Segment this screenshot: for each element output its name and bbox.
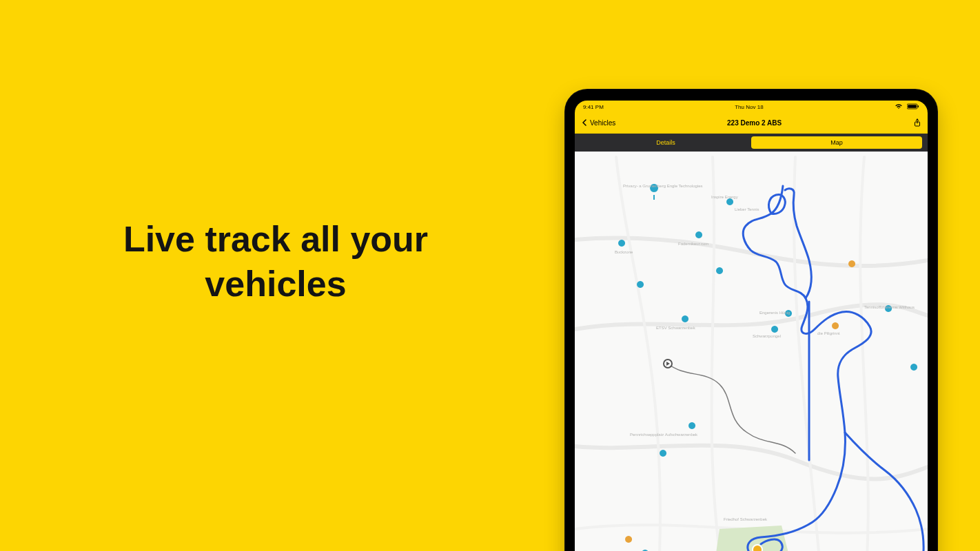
svg-rect-4	[575, 157, 928, 551]
svg-text:Inspire Energy: Inspire Energy	[711, 195, 738, 199]
svg-text:Fademikeur.com: Fademikeur.com	[678, 242, 708, 246]
tablet-device-frame: 9:41 PM Thu Nov 18 Vehicles 223 Demo 2 A…	[565, 90, 937, 551]
svg-text:Schwarzpongel: Schwarzpongel	[753, 334, 781, 338]
map-view[interactable]: Privacy- a Grumenberg Engle Technologies…	[575, 152, 928, 551]
svg-text:Pennrichseppplatz Aufschwarzen: Pennrichseppplatz Aufschwarzenbek	[630, 433, 698, 437]
nav-bar: Vehicles 223 Demo 2 ABS	[575, 113, 928, 134]
back-label: Vehicles	[590, 119, 615, 127]
hero-section: Live track all your vehicles	[0, 0, 551, 551]
status-date: Thu Nov 18	[735, 104, 763, 110]
svg-point-6	[753, 545, 762, 551]
wifi-icon	[895, 103, 903, 111]
svg-rect-1	[908, 105, 917, 108]
svg-text:Lieber Tennis: Lieber Tennis	[735, 207, 759, 211]
status-right	[895, 103, 919, 111]
svg-text:ETSV Schwarzenbek: ETSV Schwarzenbek	[656, 326, 696, 330]
svg-text:die Piligrinnt: die Piligrinnt	[817, 331, 840, 335]
hero-headline: Live track all your vehicles	[62, 217, 489, 306]
segment-control: Details Map	[575, 134, 928, 152]
svg-text:Engerenis Hünig: Engerenis Hünig	[759, 311, 790, 315]
segment-map[interactable]: Map	[751, 136, 922, 149]
nav-action-button[interactable]	[893, 118, 921, 128]
svg-rect-2	[918, 105, 919, 107]
svg-text:Friedhof Schwarzenbek: Friedhof Schwarzenbek	[724, 517, 768, 521]
map-svg: Privacy- a Grumenberg Engle Technologies…	[575, 152, 928, 551]
share-icon	[914, 121, 921, 128]
svg-text:Buckzone: Buckzone	[615, 250, 633, 254]
tablet-screen: 9:41 PM Thu Nov 18 Vehicles 223 Demo 2 A…	[575, 101, 928, 551]
nav-title: 223 Demo 2 ABS	[615, 119, 893, 127]
svg-text:Privacy- a Grumenberg Engle Te: Privacy- a Grumenberg Engle Technologies	[623, 184, 703, 188]
back-button[interactable]: Vehicles	[582, 119, 615, 127]
svg-text:Tennisoffiziarenrat Willhaus: Tennisoffiziarenrat Willhaus	[864, 305, 915, 309]
segment-details[interactable]: Details	[580, 136, 751, 149]
chevron-left-icon	[582, 119, 587, 127]
status-time: 9:41 PM	[583, 104, 604, 110]
status-bar: 9:41 PM Thu Nov 18	[575, 101, 928, 113]
battery-icon	[907, 103, 919, 111]
